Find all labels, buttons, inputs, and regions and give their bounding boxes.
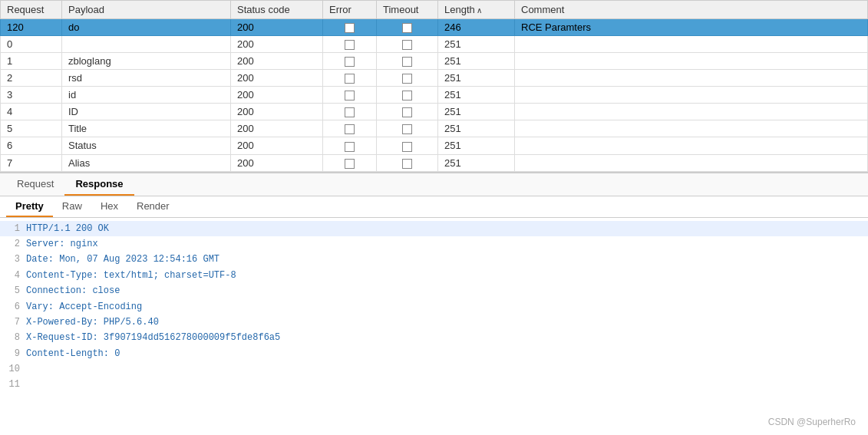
tab-request[interactable]: Request: [6, 173, 64, 196]
table-row[interactable]: 2rsd200251: [1, 70, 868, 87]
response-area: 1HTTP/1.1 200 OK2Server: nginx3Date: Mon…: [0, 218, 868, 411]
checkbox-icon[interactable]: [345, 107, 355, 117]
table-row[interactable]: 7Alias200251: [1, 154, 868, 171]
table-row[interactable]: 5Title200251: [1, 120, 868, 137]
table-row[interactable]: 120do200246RCE Paramters: [1, 19, 868, 36]
cell-error: [323, 154, 377, 171]
tab-inner-render[interactable]: Render: [127, 196, 179, 217]
header-status-code[interactable]: Status code: [231, 1, 323, 19]
cell-timeout: [377, 154, 438, 171]
table-row[interactable]: 3id200251: [1, 87, 868, 104]
header-length[interactable]: Length∧: [438, 1, 515, 19]
header-timeout[interactable]: Timeout: [377, 1, 438, 19]
sort-arrow-icon: ∧: [477, 6, 482, 15]
tab-response[interactable]: Response: [64, 173, 134, 196]
cell-payload: Title: [62, 120, 231, 137]
cell-error: [323, 104, 377, 120]
cell-payload: do: [62, 19, 231, 36]
cell-length: 251: [438, 104, 515, 120]
response-line: 2Server: nginx: [0, 236, 868, 252]
response-line: 4Content-Type: text/html; charset=UTF-8: [0, 268, 868, 283]
line-number: 2: [5, 236, 20, 252]
checkbox-icon[interactable]: [402, 74, 412, 84]
tab-inner-pretty[interactable]: Pretty: [6, 196, 53, 217]
checkbox-icon[interactable]: [345, 159, 355, 169]
table-row[interactable]: 0200251: [1, 36, 868, 53]
cell-error: [323, 120, 377, 137]
cell-comment: [515, 36, 868, 53]
checkbox-icon[interactable]: [345, 74, 355, 84]
line-number: 5: [5, 283, 20, 298]
cell-length: 251: [438, 154, 515, 171]
cell-status: 200: [231, 53, 323, 70]
table-row[interactable]: 6Status200251: [1, 137, 868, 154]
tab-inner-hex[interactable]: Hex: [91, 196, 127, 217]
line-text: Content-Type: text/html; charset=UTF-8: [26, 268, 236, 283]
checkbox-icon[interactable]: [345, 142, 355, 152]
cell-status: 200: [231, 70, 323, 87]
line-text: X-Request-ID: 3f907194dd516278000009f5fd…: [26, 330, 280, 345]
checkbox-icon[interactable]: [345, 124, 355, 134]
checkbox-icon[interactable]: [345, 57, 355, 67]
cell-request: 6: [1, 137, 62, 154]
cell-timeout: [377, 53, 438, 70]
cell-timeout: [377, 19, 438, 36]
cell-timeout: [377, 120, 438, 137]
checkbox-icon[interactable]: [402, 124, 412, 134]
cell-comment: [515, 87, 868, 104]
line-number: 3: [5, 252, 20, 267]
checkbox-icon[interactable]: [402, 159, 412, 169]
cell-payload: id: [62, 87, 231, 104]
header-error[interactable]: Error: [323, 1, 377, 19]
checkbox-icon[interactable]: [402, 23, 412, 33]
cell-status: 200: [231, 120, 323, 137]
inner-tab-bar: PrettyRawHexRender: [0, 196, 868, 218]
checkbox-icon[interactable]: [402, 107, 412, 117]
cell-timeout: [377, 36, 438, 53]
checkbox-icon[interactable]: [402, 57, 412, 67]
cell-payload: ID: [62, 104, 231, 120]
checkbox-icon[interactable]: [402, 91, 412, 101]
line-number: 10: [5, 361, 20, 377]
line-text: Vary: Accept-Encoding: [26, 299, 142, 315]
table-row[interactable]: 4ID200251: [1, 104, 868, 120]
cell-length: 251: [438, 87, 515, 104]
response-line: 5Connection: close: [0, 283, 868, 298]
line-text: X-Powered-By: PHP/5.6.40: [26, 315, 159, 330]
cell-status: 200: [231, 36, 323, 53]
line-text: HTTP/1.1 200 OK: [26, 221, 109, 236]
cell-comment: [515, 104, 868, 120]
line-number: 9: [5, 346, 20, 361]
response-line: 6Vary: Accept-Encoding: [0, 299, 868, 315]
cell-comment: [515, 120, 868, 137]
line-text: Server: nginx: [26, 236, 98, 252]
cell-payload: Status: [62, 137, 231, 154]
cell-payload: rsd: [62, 70, 231, 87]
response-line: 3Date: Mon, 07 Aug 2023 12:54:16 GMT: [0, 252, 868, 267]
cell-timeout: [377, 137, 438, 154]
cell-payload: zbloglang: [62, 53, 231, 70]
cell-timeout: [377, 104, 438, 120]
response-line: 7X-Powered-By: PHP/5.6.40: [0, 315, 868, 330]
header-request[interactable]: Request: [1, 1, 62, 19]
cell-error: [323, 137, 377, 154]
checkbox-icon[interactable]: [345, 91, 355, 101]
outer-tab-bar: RequestResponse: [0, 173, 868, 196]
cell-request: 5: [1, 120, 62, 137]
cell-error: [323, 70, 377, 87]
checkbox-icon[interactable]: [345, 40, 355, 50]
table-row[interactable]: 1zbloglang200251: [1, 53, 868, 70]
header-payload[interactable]: Payload: [62, 1, 231, 19]
cell-request: 4: [1, 104, 62, 120]
line-number: 7: [5, 315, 20, 330]
tab-inner-raw[interactable]: Raw: [53, 196, 91, 217]
response-line: 8X-Request-ID: 3f907194dd516278000009f5f…: [0, 330, 868, 345]
checkbox-icon[interactable]: [402, 40, 412, 50]
checkbox-icon[interactable]: [402, 142, 412, 152]
header-comment[interactable]: Comment: [515, 1, 868, 19]
line-text: Content-Length: 0: [26, 346, 120, 361]
checkbox-icon[interactable]: [345, 23, 355, 33]
cell-request: 7: [1, 154, 62, 171]
response-line: 11: [0, 377, 868, 392]
watermark: CSDN @SuperherRo: [768, 417, 856, 427]
